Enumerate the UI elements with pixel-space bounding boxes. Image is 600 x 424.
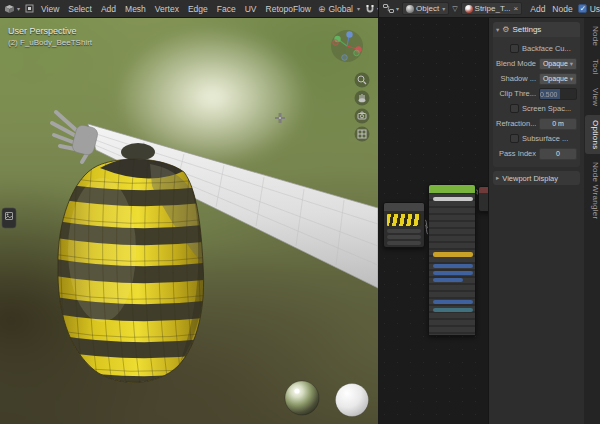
transform-orientation-dropdown[interactable]: ⊕ Global ▾ (318, 4, 360, 14)
camera-view-button[interactable] (355, 109, 370, 124)
menu-vertex[interactable]: Vertex (153, 4, 181, 14)
pan-button[interactable] (355, 91, 370, 106)
navigation-gizmo[interactable] (331, 30, 363, 62)
node-canvas[interactable] (378, 18, 488, 424)
shadow-mode-label: Shadow ... (496, 74, 536, 83)
value-row-teal[interactable] (433, 308, 473, 312)
menu-select[interactable]: Select (66, 4, 94, 14)
menu-node[interactable]: Node (550, 4, 574, 14)
menu-face[interactable]: Face (215, 4, 238, 14)
pass-index-field[interactable]: 0 (539, 148, 577, 160)
refraction-depth-field[interactable]: 0 m (539, 118, 577, 130)
shader-type-dropdown[interactable]: Object ▾ (402, 2, 449, 15)
use-nodes-checkbox[interactable] (578, 4, 587, 13)
material-output-node[interactable] (478, 186, 488, 212)
unlink-icon[interactable]: × (514, 4, 519, 13)
node-group[interactable] (428, 184, 476, 336)
tab-node-wrangler[interactable]: Node Wrangler (585, 157, 600, 225)
clip-threshold-slider[interactable]: 0.500 (539, 88, 577, 100)
view-name-overlay: User Perspective (8, 26, 77, 36)
shadow-mode-dropdown[interactable]: Opaque ▾ (539, 73, 577, 85)
hand-icon (359, 94, 366, 102)
color-row-yellow[interactable] (433, 252, 473, 257)
orientation-label: Global (326, 4, 355, 14)
value-row-blue[interactable] (433, 264, 473, 268)
white-sphere (336, 384, 369, 417)
stripe-texture-thumbnail (387, 214, 421, 226)
neck-mesh[interactable] (121, 143, 155, 161)
screen-space-refraction-label: Screen Spac... (522, 104, 571, 113)
clip-threshold-value: 0.500 (540, 91, 558, 98)
backface-culling-label: Backface Cu... (522, 44, 571, 53)
material-icon (465, 5, 473, 13)
blend-mode-row: Blend Mode Opaque ▾ (496, 57, 577, 70)
zoom-button[interactable] (355, 73, 370, 88)
backface-culling-checkbox[interactable] (510, 44, 519, 53)
mirror-sphere (285, 381, 319, 415)
torso-mesh[interactable] (50, 157, 212, 390)
clip-threshold-label: Clip Thre... (496, 89, 536, 98)
menu-retopoflow[interactable]: RetopoFlow (264, 4, 313, 14)
value-row-blue[interactable] (433, 278, 463, 282)
material-datablock[interactable]: Stripe_T... × (461, 2, 523, 15)
magnet-icon (365, 4, 375, 14)
shader-type-label: Object (416, 4, 439, 13)
tab-view[interactable]: View (585, 83, 600, 111)
cursor-crosshair (275, 113, 285, 123)
menu-edge[interactable]: Edge (186, 4, 210, 14)
node-row (387, 235, 421, 239)
screen-space-refraction-row: Screen Spac... (496, 102, 577, 115)
pass-index-label: Pass Index (496, 149, 536, 158)
viewport-side-tab[interactable] (2, 208, 16, 228)
refraction-depth-value: 0 m (552, 120, 564, 127)
value-row-blue[interactable] (433, 300, 473, 304)
subsurface-label: Subsurface ... (522, 134, 568, 143)
blend-mode-dropdown[interactable]: Opaque ▾ (539, 58, 577, 70)
blend-mode-value: Opaque (543, 60, 568, 67)
node-header (384, 203, 424, 211)
tab-tool[interactable]: Tool (585, 54, 600, 80)
value-row-blue[interactable] (433, 271, 473, 275)
screen-space-refraction-checkbox[interactable] (510, 104, 519, 113)
shadow-mode-value: Opaque (543, 75, 568, 82)
collapsed-arrow-icon: ▸ (496, 174, 499, 182)
tab-node[interactable]: Node (585, 21, 600, 51)
viewport-canvas[interactable]: User Perspective (2) F_uBody_BeeTShirt (0, 18, 378, 424)
hand-mesh[interactable] (52, 112, 99, 162)
blender-window: ▾ View Select Add Mesh Vertex Edge Face … (0, 0, 600, 424)
select-mode-buttons[interactable] (25, 4, 34, 13)
material-preview-spheres (285, 381, 369, 417)
editor-type-button[interactable]: ▾ (4, 3, 20, 14)
settings-panel-header[interactable]: ▾ ⚙ Settings (493, 22, 580, 37)
viewport-display-label: Viewport Display (502, 174, 558, 183)
gizmo-z-axis[interactable] (346, 31, 352, 37)
material-name: Stripe_T... (475, 4, 511, 13)
subsurface-checkbox[interactable] (510, 134, 519, 143)
sidebar-tabs: Node Tool View Options Node Wrangler (584, 18, 600, 424)
node-row (387, 229, 421, 233)
node-editor-icon (383, 3, 394, 14)
filter-icon[interactable]: ▽ (452, 5, 457, 13)
viewport-display-panel-header[interactable]: ▸ Viewport Display (493, 171, 580, 185)
use-nodes-toggle[interactable]: Use Nodes (578, 4, 600, 14)
menu-add[interactable]: Add (99, 4, 118, 14)
editor-type-button[interactable]: ▾ (383, 3, 399, 14)
chevron-down-icon: ▾ (570, 60, 573, 68)
menu-uv[interactable]: UV (243, 4, 259, 14)
menu-add-node[interactable]: Add (528, 4, 547, 14)
sidebar-panel: ▾ ⚙ Settings Backface Cu... Blend Mode O… (488, 18, 584, 424)
pass-index-row: Pass Index 0 (496, 147, 577, 160)
chevron-down-icon: ▾ (17, 5, 20, 12)
menu-view[interactable]: View (39, 4, 61, 14)
perspective-toggle-button[interactable] (355, 127, 370, 142)
value-slider-row[interactable] (433, 197, 473, 201)
chevron-down-icon: ▾ (396, 5, 399, 12)
node-header (479, 187, 488, 193)
chevron-down-icon: ▾ (357, 5, 360, 12)
gear-icon: ⚙ (502, 25, 509, 34)
object-icon (406, 5, 414, 13)
menu-mesh[interactable]: Mesh (123, 4, 148, 14)
tab-options[interactable]: Options (585, 115, 600, 155)
refraction-depth-row: Refraction... 0 m (496, 117, 577, 130)
image-texture-node[interactable] (383, 202, 425, 248)
